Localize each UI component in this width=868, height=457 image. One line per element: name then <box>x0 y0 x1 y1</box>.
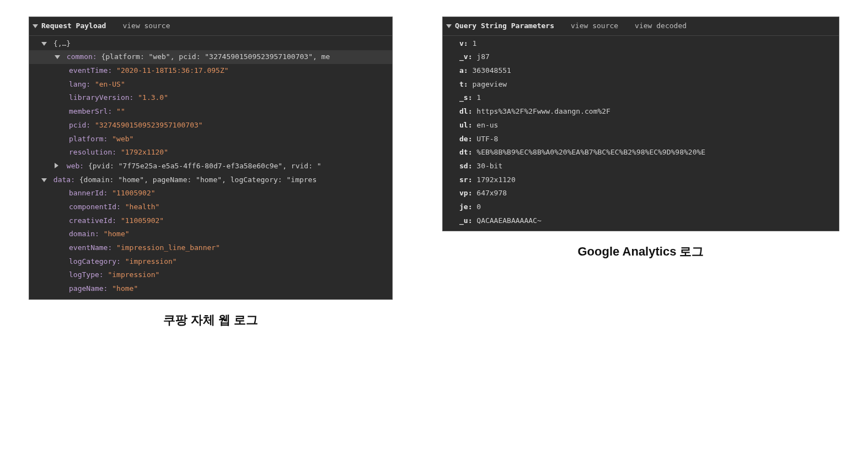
common-object-row[interactable]: common: {platform: "web", pcid: "3274590… <box>29 50 392 64</box>
field-platform[interactable]: platform: "web" <box>29 132 392 146</box>
field-bannerId[interactable]: bannerId: "11005902" <box>29 187 392 200</box>
query-string-panel: Query String Parameters view source view… <box>442 17 839 231</box>
field-pageName[interactable]: pageName: "home" <box>29 282 392 296</box>
query-string-title[interactable]: Query String Parameters <box>446 19 554 33</box>
field-logCategory[interactable]: logCategory: "impression" <box>29 255 392 269</box>
field-componentId[interactable]: componentId: "health" <box>29 200 392 214</box>
param-_u[interactable]: _u: QACAAEABAAAAAC~ <box>443 214 839 228</box>
left-caption: 쿠팡 자체 웹 로그 <box>163 312 258 328</box>
view-source-link[interactable]: view source <box>122 19 170 33</box>
param-ul[interactable]: ul: en-us <box>443 119 839 132</box>
field-domain[interactable]: domain: "home" <box>29 227 392 241</box>
query-string-header: Query String Parameters view source view… <box>443 17 839 36</box>
expand-icon[interactable] <box>41 178 47 182</box>
param-dl[interactable]: dl: https%3A%2F%2Fwww.daangn.com%2F <box>443 105 839 119</box>
field-memberSrl[interactable]: memberSrl: "" <box>29 105 392 119</box>
request-payload-header: Request Payload view source <box>29 17 392 36</box>
field-eventTime[interactable]: eventTime: "2020-11-18T15:36:17.095Z" <box>29 64 392 78</box>
request-payload-title-text: Request Payload <box>41 19 106 33</box>
param-sd[interactable]: sd: 30-bit <box>443 160 839 173</box>
request-payload-panel: Request Payload view source {,…} common:… <box>29 17 393 300</box>
param-vp[interactable]: vp: 647x978 <box>443 187 839 200</box>
field-libraryVersion[interactable]: libraryVersion: "1.3.0" <box>29 91 392 105</box>
field-pcid[interactable]: pcid: "32745901509523957100703" <box>29 119 392 132</box>
param-_v[interactable]: _v: j87 <box>443 50 839 64</box>
expand-icon[interactable] <box>55 55 60 59</box>
view-decoded-link[interactable]: view decoded <box>635 19 687 33</box>
expand-icon[interactable] <box>41 42 47 46</box>
param-de[interactable]: de: UTF-8 <box>443 132 839 146</box>
collapse-icon[interactable] <box>33 24 38 28</box>
query-string-title-text: Query String Parameters <box>455 19 554 33</box>
request-payload-title[interactable]: Request Payload <box>33 19 106 33</box>
common-preview: {platform: "web", pcid: "327459015095239… <box>101 52 330 61</box>
param-je[interactable]: je: 0 <box>443 200 839 214</box>
field-logType[interactable]: logType: "impression" <box>29 268 392 282</box>
field-lang[interactable]: lang: "en-US" <box>29 78 392 92</box>
collapse-icon[interactable] <box>446 24 452 28</box>
param-dt[interactable]: dt: %EB%8B%B9%EC%8B%A0%20%EA%B7%BC%EC%B2… <box>443 146 839 160</box>
field-resolution[interactable]: resolution: "1792x1120" <box>29 146 392 160</box>
right-caption: Google Analytics 로그 <box>577 243 704 260</box>
param-t[interactable]: t: pageview <box>443 78 839 92</box>
expand-icon[interactable] <box>55 163 58 168</box>
field-creativeId[interactable]: creativeId: "11005902" <box>29 214 392 228</box>
param-_s[interactable]: _s: 1 <box>443 91 839 105</box>
view-source-link[interactable]: view source <box>571 19 618 33</box>
common-key: common: <box>67 52 97 61</box>
left-panel-wrap: Request Payload view source {,…} common:… <box>29 17 393 328</box>
right-panel-wrap: Query String Parameters view source view… <box>442 17 839 260</box>
data-object-row[interactable]: data: {domain: "home", pageName: "home",… <box>29 173 392 187</box>
web-object-row[interactable]: web: {pvid: "7f75e25a-e5a5-4ff6-80d7-ef3… <box>29 160 392 173</box>
param-sr[interactable]: sr: 1792x1120 <box>443 173 839 187</box>
param-v[interactable]: v: 1 <box>443 37 839 51</box>
payload-tree: {,…} common: {platform: "web", pcid: "32… <box>29 36 392 299</box>
param-a[interactable]: a: 363048551 <box>443 64 839 78</box>
root-object-row[interactable]: {,…} <box>29 37 392 51</box>
field-eventName[interactable]: eventName: "impression_line_banner" <box>29 241 392 255</box>
params-list: v: 1 _v: j87 a: 363048551 t: pageview _s… <box>443 36 839 231</box>
root-brace: {,…} <box>53 39 71 47</box>
